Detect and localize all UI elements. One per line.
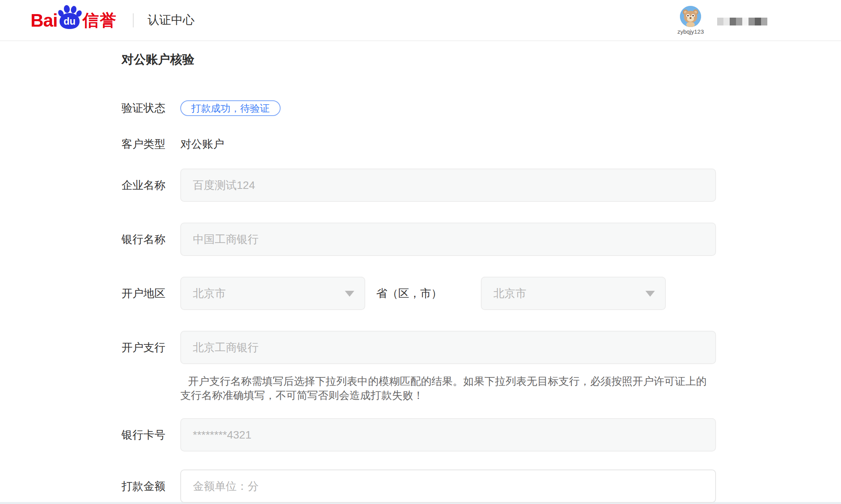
username: zybqjy123 bbox=[677, 28, 704, 35]
status-badge: 打款成功，待验证 bbox=[180, 100, 281, 116]
caret-down-icon bbox=[645, 291, 655, 297]
logo-text-du: du bbox=[59, 16, 81, 27]
card-number-label: 银行卡号 bbox=[121, 428, 180, 442]
city-select-value: 北京市 bbox=[493, 286, 526, 301]
page-title: 对公账户核验 bbox=[121, 52, 716, 67]
card-number-row: 银行卡号 bbox=[121, 418, 716, 451]
verification-status-row: 验证状态 打款成功，待验证 bbox=[121, 100, 716, 116]
province-city-hint-label: 省（区，市） bbox=[376, 286, 442, 301]
header-divider bbox=[133, 13, 134, 27]
verification-status-label: 验证状态 bbox=[121, 101, 180, 116]
baidu-paw-icon: du bbox=[59, 6, 81, 29]
account-verification-form: 对公账户核验 验证状态 打款成功，待验证 客户类型 对公账户 企业名称 银行名称… bbox=[0, 52, 841, 503]
bank-name-row: 银行名称 bbox=[121, 223, 716, 256]
app-title: 认证中心 bbox=[148, 12, 195, 28]
region-row: 开户地区 北京市 省（区，市） 北京市 bbox=[121, 277, 716, 310]
province-select[interactable]: 北京市 bbox=[180, 277, 365, 310]
city-select[interactable]: 北京市 bbox=[481, 277, 666, 310]
company-name-row: 企业名称 bbox=[121, 169, 716, 202]
bank-name-input[interactable] bbox=[180, 223, 716, 256]
branch-row: 开户支行 bbox=[121, 331, 716, 364]
logo-text-xinyu: 信誉 bbox=[83, 12, 117, 29]
customer-type-label: 客户类型 bbox=[121, 137, 180, 152]
amount-input[interactable] bbox=[180, 470, 716, 503]
bank-name-label: 银行名称 bbox=[121, 232, 180, 247]
customer-type-value: 对公账户 bbox=[180, 137, 224, 152]
caret-down-icon bbox=[345, 291, 354, 297]
branch-input[interactable] bbox=[180, 331, 716, 364]
amount-label: 打款金额 bbox=[121, 479, 180, 494]
bear-avatar-icon bbox=[680, 6, 701, 27]
bear-avatar[interactable] bbox=[680, 6, 701, 27]
company-name-label: 企业名称 bbox=[121, 178, 180, 193]
province-select-value: 北京市 bbox=[193, 286, 226, 301]
customer-type-row: 客户类型 对公账户 bbox=[121, 136, 716, 152]
user-menu[interactable]: zybqjy123 bbox=[677, 6, 704, 35]
logo-text-bai: Bai bbox=[31, 11, 58, 29]
redacted-text bbox=[717, 18, 767, 25]
branch-label: 开户支行 bbox=[121, 340, 180, 355]
baidu-xinyu-logo[interactable]: Bai du 信誉 bbox=[31, 11, 117, 29]
company-name-input[interactable] bbox=[180, 169, 716, 202]
branch-help-text: 开户支行名称需填写后选择下拉列表中的模糊匹配的结果。如果下拉列表无目标支行，必须… bbox=[180, 374, 716, 402]
amount-row: 打款金额 bbox=[121, 470, 716, 503]
region-label: 开户地区 bbox=[121, 286, 180, 301]
top-header: Bai du 信誉 认证中心 bbox=[0, 0, 841, 41]
card-number-input[interactable] bbox=[180, 418, 716, 451]
